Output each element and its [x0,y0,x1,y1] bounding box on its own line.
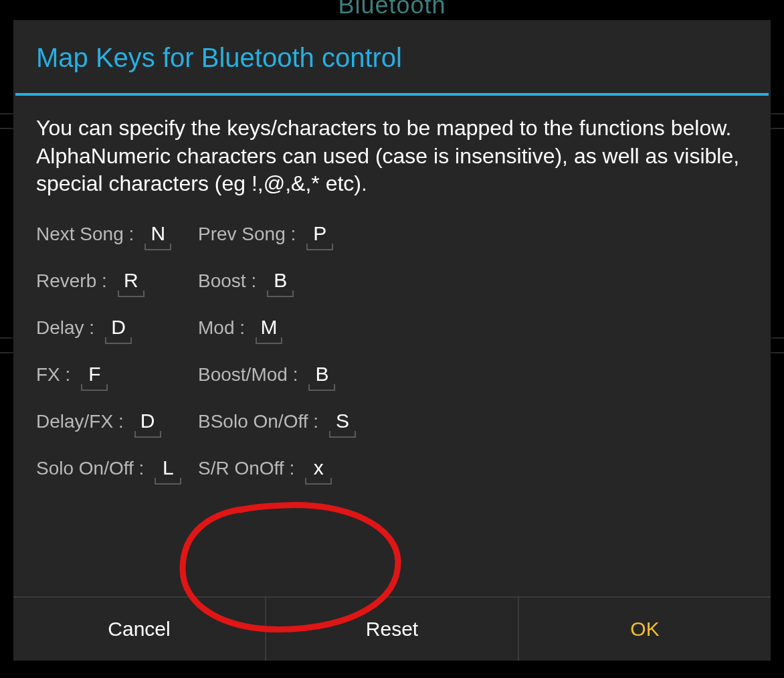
fx-label: FX : [36,364,70,386]
reverb-label: Reverb : [36,270,107,292]
field-row: Next Song : N Prev Song : P [36,222,748,246]
field-row: Delay : D Mod : M [36,316,748,340]
dialog-button-bar: Cancel Reset OK [13,596,771,661]
boost-mod-input[interactable]: B [307,363,336,387]
key-mapping-fields: Next Song : N Prev Song : P Reverb : R B… [36,222,748,481]
map-keys-dialog: Map Keys for Bluetooth control You can s… [13,20,771,661]
next-song-label: Next Song : [36,224,134,245]
delay-label: Delay : [36,317,94,339]
bsolo-onoff-input[interactable]: S [328,410,357,434]
dialog-description: You can specify the keys/characters to b… [36,114,748,198]
solo-onoff-input[interactable]: L [153,456,183,481]
boost-label: Boost : [198,270,256,292]
field-row: FX : F Boost/Mod : B [36,363,748,387]
dialog-title: Map Keys for Bluetooth control [13,20,771,93]
bsolo-onoff-label: BSolo On/Off : [198,411,318,432]
field-row: Delay/FX : D BSolo On/Off : S [36,410,748,434]
ok-button[interactable]: OK [519,598,771,661]
delay-fx-label: Delay/FX : [36,411,124,432]
delay-input[interactable]: D [104,316,133,340]
prev-song-input[interactable]: P [305,222,334,246]
mod-label: Mod : [198,317,245,339]
prev-song-label: Prev Song : [198,224,296,245]
boost-input[interactable]: B [266,269,295,293]
boost-mod-label: Boost/Mod : [198,364,298,386]
delay-fx-input[interactable]: D [133,410,163,434]
mod-input[interactable]: M [254,316,284,340]
next-song-input[interactable]: N [143,222,173,246]
fx-input[interactable]: F [80,363,109,387]
reset-button[interactable]: Reset [266,598,519,661]
reverb-input[interactable]: R [116,269,146,293]
field-row: Solo On/Off : L S/R OnOff : x [36,456,748,481]
cancel-button[interactable]: Cancel [13,598,266,661]
sr-onoff-label: S/R OnOff : [198,458,294,479]
dialog-body: You can specify the keys/characters to b… [13,96,771,596]
sr-onoff-input[interactable]: x [304,456,333,481]
solo-onoff-label: Solo On/Off : [36,458,144,479]
field-row: Reverb : R Boost : B [36,269,748,293]
